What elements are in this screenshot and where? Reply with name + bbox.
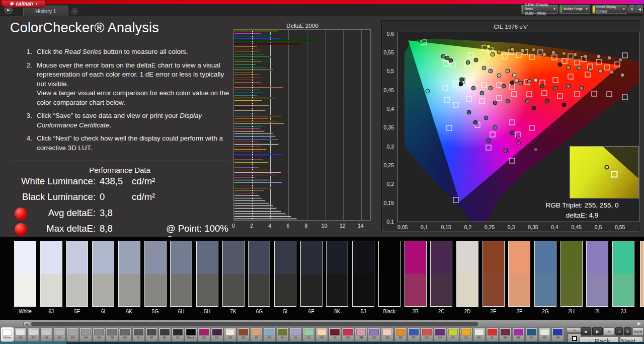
hardware-dropdown-1[interactable]: X-Rite i1Display RetailOLED - (RGB)▼	[521, 5, 558, 14]
patch-chip-3H[interactable]: 3H	[434, 327, 446, 341]
deltae-bar[interactable]	[234, 174, 276, 176]
deltae-bar[interactable]	[234, 197, 262, 199]
patch-chip-2J[interactable]: 2J	[302, 327, 315, 341]
swatch-column-6F[interactable]: 6F	[300, 241, 323, 314]
deltae-bar[interactable]	[234, 72, 254, 73]
patch-chip-6I[interactable]: 6I	[40, 327, 53, 341]
deltae-bar[interactable]	[234, 162, 269, 163]
deltae-bar[interactable]	[234, 92, 265, 94]
swatch-column-5H[interactable]: 5H	[196, 241, 218, 314]
deltae-bar[interactable]	[234, 53, 265, 55]
deltae-plot-area[interactable]	[233, 29, 371, 221]
deltae-bar[interactable]	[234, 128, 260, 129]
deltae-bar[interactable]	[234, 141, 259, 143]
deltae-bar[interactable]	[234, 151, 261, 153]
swatch-column-2J[interactable]: 2J	[612, 241, 634, 314]
patch-chip-5H[interactable]: 5H	[93, 327, 105, 341]
patch-chip-3D[interactable]: 3D	[381, 327, 393, 341]
deltae-bar[interactable]	[234, 40, 314, 42]
deltae-bar[interactable]	[234, 66, 267, 68]
patch-chip-3E[interactable]: 3E	[394, 327, 407, 341]
deltae-bar[interactable]	[234, 95, 258, 96]
deltae-bar[interactable]	[234, 84, 268, 86]
deltae-bar[interactable]	[234, 69, 273, 71]
deltae-bar[interactable]	[234, 123, 285, 124]
deltae-bar[interactable]	[234, 190, 264, 191]
patch-chip-2B[interactable]: 2B	[198, 327, 210, 341]
swatch-column-5I[interactable]: 5I	[274, 241, 296, 314]
deltae-bar[interactable]	[234, 89, 260, 91]
patch-chip-2G[interactable]: 2G	[263, 327, 276, 341]
patch-chip-3G[interactable]: 3G	[421, 327, 433, 341]
deltae-bar[interactable]	[234, 192, 258, 194]
stop-button[interactable]: ■	[581, 327, 591, 335]
swatch-column-2H[interactable]: 2H	[560, 241, 583, 314]
patch-chip-3I[interactable]: 3I	[447, 327, 459, 341]
swatch-column-2E[interactable]: 2E	[482, 241, 505, 314]
swatch-column-2G[interactable]: 2G	[534, 241, 556, 314]
deltae-bar[interactable]	[234, 118, 269, 119]
patch-chip-White[interactable]: White	[1, 327, 14, 341]
deltae-bar[interactable]	[234, 213, 286, 215]
deltae-bar[interactable]	[234, 97, 276, 99]
deltae-bar[interactable]	[234, 149, 267, 150]
deltae-bar[interactable]	[234, 82, 261, 83]
swatch-column-Black[interactable]: Black	[378, 241, 400, 314]
patch-chip-6K[interactable]: 6K	[53, 327, 66, 341]
deltae-bar[interactable]	[234, 195, 260, 196]
cie-plot-area[interactable]: RGB Triplet: 255, 255, 0 deltaE: 4,9	[397, 32, 639, 222]
deltae-bar[interactable]	[234, 125, 263, 127]
deltae-bar[interactable]	[234, 139, 279, 140]
patch-chip-3F[interactable]: 3F	[408, 327, 420, 341]
deltae-bar[interactable]	[234, 216, 291, 217]
swatch-column-8K[interactable]: 8K	[326, 241, 348, 314]
patch-chip-4D[interactable]: 4D	[538, 327, 551, 341]
deltae-bar[interactable]	[234, 74, 260, 76]
swatch-column-5F[interactable]: 5F	[66, 241, 88, 314]
patch-chip-2E[interactable]: 2E	[237, 327, 250, 341]
deltae-bar[interactable]	[234, 77, 264, 78]
swatch-column-7K[interactable]: 7K	[222, 241, 245, 314]
deltae-bar[interactable]	[234, 61, 262, 62]
patch-chip-2C[interactable]: 2C	[211, 327, 223, 341]
swatch-column-5G[interactable]: 5G	[144, 241, 167, 314]
patch-chip-5F[interactable]: 5F	[27, 327, 40, 341]
patch-chip-2F[interactable]: 2F	[250, 327, 263, 341]
hardware-dropdown-2[interactable]: Mobile Forge▼	[559, 5, 590, 14]
swatch-column-6J[interactable]: 6J	[40, 241, 62, 314]
deltae-bar[interactable]	[234, 58, 259, 60]
deltae-bar[interactable]	[234, 115, 281, 117]
patch-chip-2D[interactable]: 2D	[224, 327, 236, 341]
patch-chip-2K[interactable]: 2K	[315, 327, 328, 341]
toolbar-scroll-track[interactable]	[31, 322, 478, 326]
deltae-bar[interactable]	[234, 38, 279, 39]
deltae-bar[interactable]	[234, 30, 278, 32]
refresh-button[interactable]: ↻	[624, 327, 631, 335]
deltae-bar[interactable]	[234, 43, 301, 45]
deltae-bar[interactable]	[234, 133, 273, 134]
deltae-bar[interactable]	[234, 100, 262, 101]
swatch-column-6G[interactable]: 6G	[248, 241, 270, 314]
patch-chip-3K[interactable]: 3K	[473, 327, 486, 341]
save-button[interactable]: SAVE	[632, 327, 643, 335]
deltae-bar[interactable]	[234, 182, 282, 183]
deltae-bar[interactable]	[234, 48, 263, 50]
deltae-bar[interactable]	[234, 200, 266, 201]
patch-chip-4B[interactable]: 4B	[512, 327, 525, 341]
patch-chip-Black[interactable]: Black	[185, 327, 197, 341]
deltae-bar[interactable]	[234, 211, 281, 212]
read-series-button[interactable]: ▶	[592, 327, 603, 335]
patch-chip-3B[interactable]: 3B	[355, 327, 367, 341]
deltae-bar[interactable]	[234, 63, 257, 65]
patch-chip-3C[interactable]: 3C	[368, 327, 380, 341]
swatch-column-2D[interactable]: 2D	[456, 241, 478, 314]
deltae-bar[interactable]	[234, 144, 279, 145]
scroll-right-icon[interactable]: ▶	[637, 321, 641, 326]
deltae-bar[interactable]	[234, 205, 273, 207]
app-menu-button[interactable]: ❖ calman ▼	[2, 0, 46, 8]
patch-chip-4C[interactable]: 4C	[525, 327, 538, 341]
deltae-bar[interactable]	[234, 184, 251, 186]
deltae-bar[interactable]	[234, 46, 258, 47]
add-tab-button[interactable]: +	[71, 8, 78, 15]
scroll-left-button[interactable]: ◀	[23, 322, 30, 326]
